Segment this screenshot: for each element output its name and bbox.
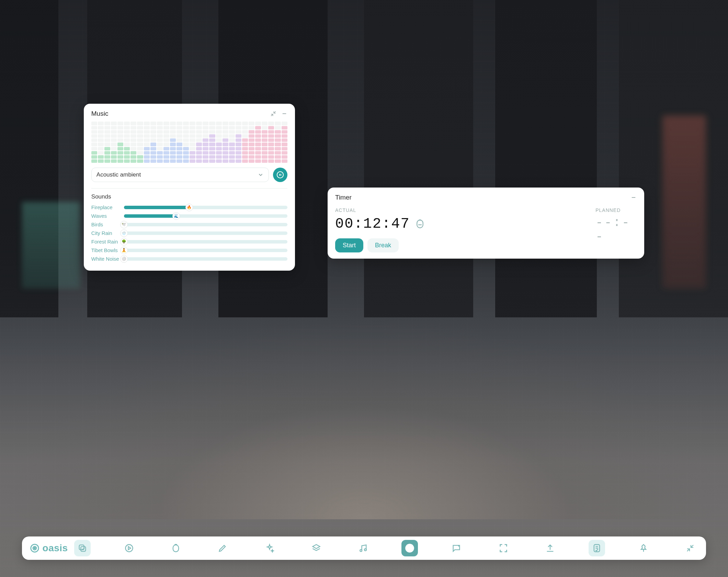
sound-label: Waves [91, 213, 121, 219]
pomodoro-icon[interactable] [415, 219, 425, 229]
sound-slider[interactable]: ⚪ [124, 257, 287, 261]
sound-slider-thumb[interactable]: ⚪ [120, 255, 128, 263]
svg-point-8 [34, 547, 35, 549]
upload-icon[interactable] [542, 540, 558, 556]
planned-label: PLANNED [595, 207, 637, 213]
sound-slider-thumb[interactable]: 🕊️ [120, 221, 128, 228]
sound-row: White Noise⚪ [91, 256, 287, 262]
pomodoro-icon[interactable] [168, 540, 184, 556]
sound-slider[interactable]: 🌧️ [124, 231, 287, 235]
track-select[interactable]: Acoustic ambient [91, 168, 269, 182]
sound-row: City Rain🌧️ [91, 230, 287, 236]
spotify-icon[interactable] [401, 540, 418, 556]
pause-button[interactable] [273, 168, 287, 182]
chevron-down-icon [258, 172, 264, 178]
svg-point-14 [360, 550, 362, 552]
app-logo-text: oasis [43, 543, 68, 554]
planned-time-value: --:-- [595, 216, 637, 244]
svg-point-1 [277, 172, 283, 178]
actual-label: ACTUAL [335, 207, 586, 213]
app-logo[interactable]: oasis [30, 543, 68, 554]
sound-slider[interactable]: 🌳 [124, 240, 287, 244]
collapse-icon[interactable] [270, 111, 276, 117]
sound-label: Birds [91, 222, 121, 227]
sound-row: Tibet Bowls🧘 [91, 247, 287, 253]
sound-label: White Noise [91, 256, 121, 262]
track-select-value: Acoustic ambient [96, 171, 141, 178]
sound-label: City Rain [91, 230, 121, 236]
sound-slider[interactable]: 🔥 [124, 206, 287, 209]
dock: oasis [22, 536, 706, 560]
sounds-list: Fireplace🔥Waves🌊Birds🕊️City Rain🌧️Forest… [91, 204, 287, 262]
timer-title: Timer [335, 194, 352, 201]
sound-slider-thumb[interactable]: 🌳 [120, 238, 128, 246]
sparkle-icon[interactable] [261, 540, 278, 556]
pin-icon[interactable] [635, 540, 652, 556]
notes-icon[interactable] [589, 540, 605, 556]
sound-slider-thumb[interactable]: 🧘 [120, 247, 128, 254]
sound-slider[interactable]: 🕊️ [124, 223, 287, 226]
sound-label: Tibet Bowls [91, 247, 121, 253]
sound-row: Waves🌊 [91, 213, 287, 219]
svg-point-11 [125, 544, 133, 552]
sound-slider-thumb[interactable]: 🔥 [185, 204, 193, 211]
svg-marker-12 [128, 546, 131, 550]
sounds-heading: Sounds [91, 193, 287, 200]
start-button[interactable]: Start [335, 238, 363, 252]
timer-panel: Timer ACTUAL 00:12:47 Start Break PLANNE… [328, 188, 644, 259]
pen-icon[interactable] [214, 540, 231, 556]
minimize-icon[interactable] [281, 111, 287, 117]
tasks-icon[interactable] [74, 540, 91, 556]
chat-icon[interactable] [448, 540, 465, 556]
music-note-icon[interactable] [355, 540, 371, 556]
sound-label: Fireplace [91, 204, 121, 210]
music-title: Music [91, 110, 109, 117]
sound-row: Forest Rain🌳 [91, 239, 287, 245]
svg-point-15 [364, 548, 366, 551]
svg-point-17 [458, 545, 460, 546]
sound-label: Forest Rain [91, 239, 121, 245]
focus-icon[interactable] [495, 540, 512, 556]
sound-slider-thumb[interactable]: 🌧️ [120, 229, 128, 237]
sound-slider[interactable]: 🌊 [124, 214, 287, 218]
play-icon[interactable] [121, 540, 137, 556]
background [0, 0, 728, 577]
sound-row: Fireplace🔥 [91, 204, 287, 210]
music-panel: Music Acoustic ambient Sounds Fireplace🔥… [84, 104, 295, 271]
sound-row: Birds🕊️ [91, 222, 287, 227]
svg-marker-13 [312, 544, 320, 548]
audio-visualizer [91, 122, 287, 163]
actual-time-value: 00:12:47 [335, 216, 410, 232]
break-button[interactable]: Break [367, 238, 399, 252]
layers-icon[interactable] [308, 540, 325, 556]
sound-slider-thumb[interactable]: 🌊 [172, 212, 180, 220]
sound-slider[interactable]: 🧘 [124, 249, 287, 252]
minimize-icon[interactable] [630, 194, 637, 201]
minimize-icon[interactable] [682, 540, 698, 556]
